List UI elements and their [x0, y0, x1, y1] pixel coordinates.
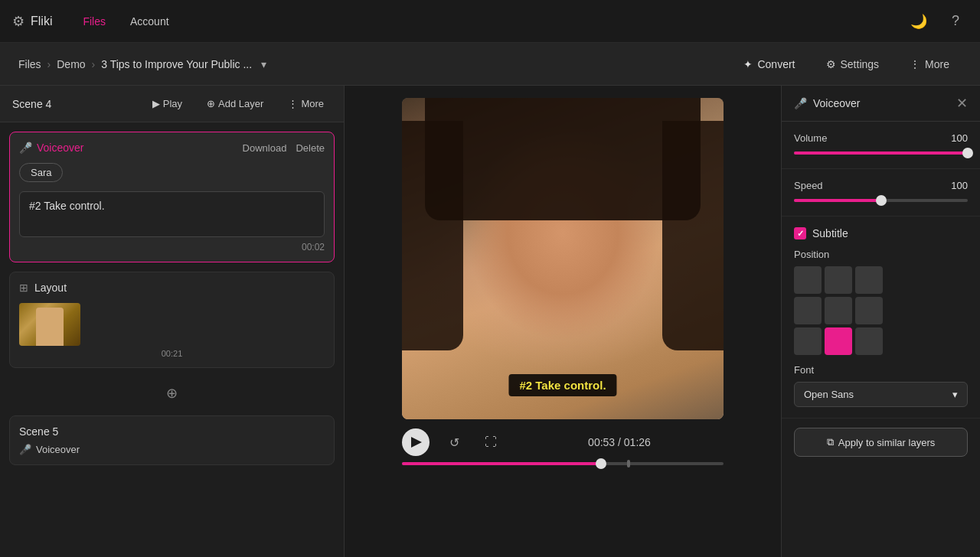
app-name: Fliki — [31, 15, 52, 28]
font-selector[interactable]: Open Sans ▾ — [794, 382, 968, 407]
speed-value: 100 — [951, 180, 968, 191]
panel-mic-icon: 🎤 — [794, 97, 807, 109]
pos-cell-2[interactable] — [825, 266, 852, 294]
fullscreen-button[interactable]: ⛶ — [479, 430, 503, 454]
scene-more-button[interactable]: ⋮ More — [280, 95, 332, 112]
settings-icon: ⚙ — [826, 58, 836, 70]
plus-icon: ⊕ — [166, 385, 178, 402]
pos-cell-3[interactable] — [855, 266, 883, 294]
video-progress-bar[interactable] — [402, 462, 724, 465]
left-panel: Scene 4 ▶ Play ⊕ Add Layer ⋮ More 🎤 Voic… — [0, 86, 345, 557]
video-hair-right — [662, 121, 724, 350]
breadcrumb: Files › Demo › 3 Tips to Improve Your Pu… — [18, 58, 731, 70]
add-scene-button[interactable]: ⊕ — [9, 377, 335, 409]
video-subtitle: #2 Take control. — [508, 374, 616, 396]
layout-section: ⊞ Layout 00:21 — [9, 272, 335, 368]
scene5-section: Scene 5 🎤 Voiceover — [9, 415, 335, 465]
scene5-title: Scene 5 — [19, 425, 58, 438]
volume-row: Volume 100 — [794, 132, 968, 144]
nav-files[interactable]: Files — [70, 9, 118, 34]
voiceover-title: 🎤 Voiceover — [19, 142, 243, 154]
layers-icon: ⊕ — [207, 98, 215, 109]
pos-cell-9[interactable] — [855, 327, 883, 355]
video-hair-top — [425, 98, 701, 220]
pos-cell-4[interactable] — [794, 297, 822, 324]
breadcrumb-current: 3 Tips to Improve Your Public ... — [101, 58, 252, 70]
video-preview: #2 Take control. — [402, 98, 724, 419]
voiceover-actions: Download Delete — [243, 142, 325, 154]
delete-voiceover-button[interactable]: Delete — [296, 142, 325, 154]
dots-icon: ⋮ — [288, 98, 298, 109]
right-panel: 🎤 Voiceover ✕ Volume 100 Speed 100 — [781, 86, 980, 557]
top-navigation: ⚙ Fliki Files Account 🌙 ? — [0, 0, 980, 43]
volume-fill — [794, 151, 968, 155]
breadcrumb-actions: ✦ Convert ⚙ Settings ⋮ More — [731, 52, 962, 77]
main-layout: Scene 4 ▶ Play ⊕ Add Layer ⋮ More 🎤 Voic… — [0, 86, 980, 557]
thumbnail-preview — [19, 303, 80, 346]
sparkle-icon: ✦ — [743, 58, 753, 70]
breadcrumb-files[interactable]: Files — [18, 58, 41, 70]
subtitle-row: ✓ Subtitle — [794, 227, 968, 239]
check-icon: ✓ — [797, 229, 804, 239]
scene5-header: Scene 5 — [19, 425, 325, 438]
volume-thumb[interactable] — [962, 148, 973, 158]
voiceover-text-input[interactable]: #2 Take control. — [19, 191, 325, 237]
microphone-icon: 🎤 — [19, 142, 32, 154]
pos-cell-8-active[interactable] — [825, 327, 852, 355]
video-background — [402, 98, 724, 419]
app-logo[interactable]: ⚙ Fliki — [12, 13, 52, 30]
progress-fill — [402, 462, 601, 465]
pos-cell-1[interactable] — [794, 266, 822, 294]
layout-header: ⊞ Layout — [19, 282, 325, 294]
pos-cell-5[interactable] — [825, 297, 852, 324]
breadcrumb-demo[interactable]: Demo — [57, 58, 85, 70]
more-button[interactable]: ⋮ More — [897, 52, 962, 77]
breadcrumb-sep-2: › — [92, 58, 96, 70]
video-controls: ↺ ⛶ 00:53 / 01:26 — [402, 428, 724, 465]
play-triangle-icon — [411, 437, 422, 448]
apply-to-similar-button[interactable]: ⧉ Apply to similar layers — [794, 428, 968, 457]
voiceover-section: 🎤 Voiceover Download Delete Sara #2 Take… — [9, 132, 335, 262]
settings-button[interactable]: ⚙ Settings — [814, 52, 892, 77]
scene5-mic-icon: 🎤 — [19, 444, 31, 455]
progress-marker — [627, 460, 630, 467]
add-layer-button[interactable]: ⊕ Add Layer — [199, 95, 271, 112]
help-icon[interactable]: ? — [943, 9, 968, 34]
volume-label: Volume — [794, 132, 951, 144]
convert-button[interactable]: ✦ Convert — [731, 52, 807, 77]
pos-cell-7[interactable] — [794, 327, 822, 355]
subtitle-section: ✓ Subtitle Position Font Open Sans ▾ — [782, 217, 980, 419]
copy-icon: ⧉ — [827, 436, 834, 448]
font-label: Font — [794, 364, 968, 376]
progress-thumb[interactable] — [596, 458, 606, 469]
play-button[interactable]: ▶ Play — [145, 95, 190, 112]
nav-account[interactable]: Account — [118, 9, 181, 34]
pos-cell-6[interactable] — [855, 297, 883, 324]
scene5-voiceover: 🎤 Voiceover — [19, 444, 325, 455]
controls-row: ↺ ⛶ 00:53 / 01:26 — [402, 428, 724, 456]
dark-mode-toggle[interactable]: 🌙 — [906, 9, 931, 34]
nav-icons: 🌙 ? — [906, 9, 968, 34]
voice-selector[interactable]: Sara — [19, 163, 63, 182]
download-voiceover-button[interactable]: Download — [243, 142, 287, 154]
speed-slider[interactable] — [794, 199, 968, 202]
speed-row: Speed 100 — [794, 180, 968, 191]
breadcrumb-dropdown-icon[interactable]: ▾ — [261, 58, 266, 70]
thumbnail-body — [36, 308, 64, 346]
scene4-header: Scene 4 ▶ Play ⊕ Add Layer ⋮ More — [0, 86, 344, 122]
close-panel-button[interactable]: ✕ — [956, 96, 968, 110]
speed-fill — [794, 199, 881, 202]
breadcrumb-bar: Files › Demo › 3 Tips to Improve Your Pu… — [0, 43, 980, 86]
video-play-button[interactable] — [402, 428, 430, 456]
speed-thumb[interactable] — [876, 195, 887, 206]
volume-slider[interactable] — [794, 151, 968, 155]
center-panel: #2 Take control. ↺ ⛶ 00:53 / 01:26 — [345, 86, 781, 557]
video-hair-left — [402, 121, 463, 350]
scene4-title: Scene 4 — [12, 98, 136, 110]
replay-button[interactable]: ↺ — [442, 430, 466, 454]
breadcrumb-sep-1: › — [47, 58, 51, 70]
layout-thumbnail[interactable] — [19, 303, 80, 346]
gear-icon: ⚙ — [12, 13, 24, 30]
subtitle-checkbox[interactable]: ✓ — [794, 227, 806, 239]
speed-label: Speed — [794, 180, 951, 191]
